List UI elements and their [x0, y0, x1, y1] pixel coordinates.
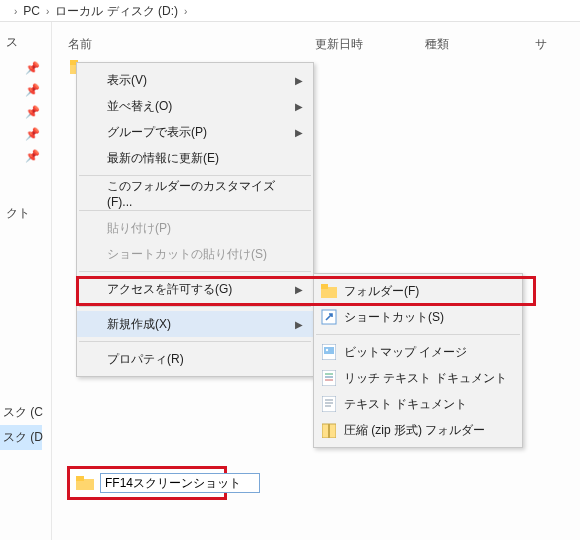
chevron-right-icon: ▶	[295, 101, 303, 112]
menu-paste: 貼り付け(P)	[77, 215, 313, 241]
svg-rect-8	[322, 370, 336, 386]
menu-new[interactable]: 新規作成(X)▶	[77, 311, 313, 337]
submenu-zip[interactable]: 圧縮 (zip 形式) フォルダー	[314, 417, 522, 443]
nav-pane: ス 📌 📌 📌 📌 📌 クト スク (C スク (D	[0, 22, 52, 540]
column-headers: 名前 更新日時 種類 サ	[60, 34, 580, 54]
svg-rect-12	[322, 396, 336, 412]
crumb-pc[interactable]: PC	[23, 4, 40, 18]
svg-rect-17	[328, 424, 330, 438]
folder-icon	[76, 476, 94, 490]
shortcut-icon	[321, 309, 337, 325]
menu-group[interactable]: グループで表示(P)▶	[77, 119, 313, 145]
pin-icon: 📌	[0, 123, 52, 145]
pin-icon: 📌	[0, 79, 52, 101]
pin-icon: 📌	[0, 145, 52, 167]
col-name[interactable]: 名前	[60, 36, 315, 53]
section-label: クト	[0, 193, 52, 228]
col-type[interactable]: 種類	[425, 36, 535, 53]
pin-icon: 📌	[0, 101, 52, 123]
drive-c-label[interactable]: スク (C	[0, 400, 42, 425]
chevron-right-icon: ›	[46, 6, 49, 17]
text-icon	[321, 396, 337, 412]
menu-properties[interactable]: プロパティ(R)	[77, 346, 313, 372]
quickaccess-label: ス	[0, 22, 52, 57]
submenu-new: フォルダー(F) ショートカット(S) ビットマップ イメージ リッチ テキスト…	[313, 273, 523, 448]
svg-rect-6	[324, 347, 334, 354]
submenu-folder[interactable]: フォルダー(F)	[314, 278, 522, 304]
menu-refresh[interactable]: 最新の情報に更新(E)	[77, 145, 313, 171]
zip-icon	[321, 422, 337, 438]
bitmap-icon	[321, 344, 337, 360]
submenu-rtf[interactable]: リッチ テキスト ドキュメント	[314, 365, 522, 391]
context-menu: 表示(V)▶ 並べ替え(O)▶ グループで表示(P)▶ 最新の情報に更新(E) …	[76, 62, 314, 377]
newfolder-name-input[interactable]	[100, 473, 260, 493]
chevron-right-icon: ▶	[295, 127, 303, 138]
chevron-right-icon: ▶	[295, 284, 303, 295]
svg-point-7	[326, 349, 328, 351]
menu-sort[interactable]: 並べ替え(O)▶	[77, 93, 313, 119]
svg-rect-19	[76, 476, 84, 481]
submenu-bmp[interactable]: ビットマップ イメージ	[314, 339, 522, 365]
svg-rect-3	[321, 284, 328, 289]
submenu-shortcut[interactable]: ショートカット(S)	[314, 304, 522, 330]
annotation-highlight-newfolder	[67, 466, 227, 500]
chevron-right-icon: ›	[184, 6, 187, 17]
addressbar[interactable]: › PC › ローカル ディスク (D:) ›	[0, 0, 580, 22]
chevron-right-icon: ▶	[295, 75, 303, 86]
chevron-right-icon: ›	[14, 6, 17, 17]
chevron-right-icon: ▶	[295, 319, 303, 330]
submenu-txt[interactable]: テキスト ドキュメント	[314, 391, 522, 417]
menu-paste-shortcut: ショートカットの貼り付け(S)	[77, 241, 313, 267]
drive-d-label[interactable]: スク (D	[0, 425, 42, 450]
menu-give-access[interactable]: アクセスを許可する(G)▶	[77, 276, 313, 302]
menu-customize[interactable]: このフォルダーのカスタマイズ(F)...	[77, 180, 313, 206]
folder-icon	[321, 283, 337, 299]
pin-icon: 📌	[0, 57, 52, 79]
col-date[interactable]: 更新日時	[315, 36, 425, 53]
col-size[interactable]: サ	[535, 36, 547, 53]
rtf-icon	[321, 370, 337, 386]
crumb-drive[interactable]: ローカル ディスク (D:)	[55, 3, 178, 20]
menu-view[interactable]: 表示(V)▶	[77, 67, 313, 93]
